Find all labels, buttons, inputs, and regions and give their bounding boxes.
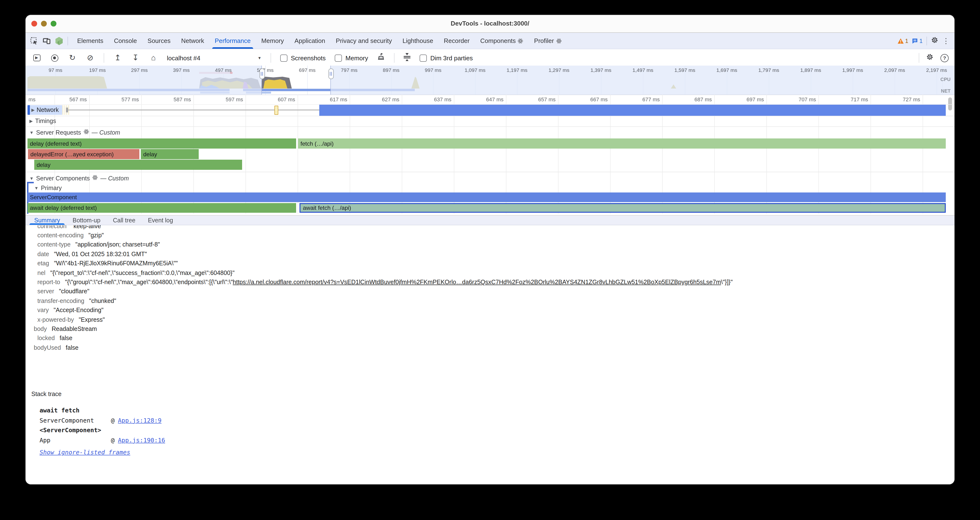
tab-network[interactable]: Network xyxy=(176,33,209,49)
overview-tick-label: 1,897 ms xyxy=(800,67,821,73)
selection-left-handle[interactable] xyxy=(259,68,264,79)
tab-label: Application xyxy=(294,37,325,45)
dim-3rd-parties-checkbox[interactable]: Dim 3rd parties xyxy=(420,54,473,62)
flame-bar-delayederror-ayed-exception[interactable]: delayedError (…ayed exception) xyxy=(28,149,139,159)
details-tab-bottom-up[interactable]: Bottom-up xyxy=(66,216,107,225)
toolbar-divider xyxy=(394,53,395,63)
tabbar-divider xyxy=(67,37,68,45)
tab-memory[interactable]: Memory xyxy=(256,33,289,49)
record-and-reload-icon[interactable]: ↻ xyxy=(68,54,77,62)
settings-gear-icon[interactable] xyxy=(931,36,939,46)
frame-source-link[interactable]: App.js:128:9 xyxy=(118,417,162,424)
flame-bar-fetch-api[interactable]: fetch (…/api) xyxy=(298,138,946,149)
timeline-ruler: ms 567 ms577 ms587 ms597 ms607 ms617 ms6… xyxy=(25,95,955,105)
device-toolbar-icon[interactable] xyxy=(43,37,51,45)
live-metrics-icon[interactable]: ▶ xyxy=(32,54,41,62)
property-row: x-powered-by"Express" xyxy=(25,315,955,324)
tab-application[interactable]: Application xyxy=(289,33,330,49)
custom-suffix: — Custom xyxy=(92,129,120,136)
track-separator xyxy=(25,126,955,127)
property-value: "{\"group\":\"cf-nel\",\"max_age\":60480… xyxy=(65,279,233,286)
tab-label: Network xyxy=(181,37,204,45)
network-request-bar[interactable] xyxy=(319,104,946,116)
expanded-triangle-icon: ▼ xyxy=(29,130,34,135)
capture-settings-gear-icon[interactable] xyxy=(926,53,934,63)
network-marker[interactable] xyxy=(274,106,278,115)
frame-source-link[interactable]: App.js:190:16 xyxy=(118,436,165,444)
tab-label: Components xyxy=(480,37,515,45)
flame-bar-label: ServerComponent xyxy=(27,194,77,201)
tab-components[interactable]: Components xyxy=(475,33,528,49)
timeline-overview[interactable]: 97 ms197 ms297 ms397 ms497 ms597 ms697 m… xyxy=(25,65,955,95)
tab-performance[interactable]: Performance xyxy=(210,33,256,49)
more-options-kebab-icon[interactable]: ⋮ xyxy=(942,37,950,45)
help-icon[interactable]: ? xyxy=(940,54,949,62)
property-value: "gzip" xyxy=(89,232,104,239)
property-value: false xyxy=(66,344,79,351)
selection-right-handle[interactable] xyxy=(328,68,334,79)
overview-tick-label: 1,597 ms xyxy=(675,67,695,73)
property-value: "{\"report_to\":\"cf-nel\",\"success_fra… xyxy=(50,269,234,276)
response-properties: connection"keep-alive"content-encoding"g… xyxy=(25,225,955,352)
expanded-triangle-icon: ▼ xyxy=(29,176,34,181)
primary-subtrack-header[interactable]: ▼ Primary xyxy=(34,185,62,191)
devtools-tabs: ElementsConsoleSourcesNetworkPerformance… xyxy=(72,33,567,49)
tab-console[interactable]: Console xyxy=(108,33,142,49)
collect-garbage-icon[interactable] xyxy=(377,53,385,63)
flame-chart-tracks[interactable]: ▶ Network ▶ Timings ▼ Server Requests xyxy=(25,104,955,215)
stack-frame: ServerComponent@App.js:128:9 xyxy=(40,415,955,425)
tab-recorder[interactable]: Recorder xyxy=(438,33,475,49)
record-button[interactable] xyxy=(50,54,59,62)
home-icon[interactable]: ⌂ xyxy=(149,54,158,62)
flame-bar-delay-deferred-text[interactable]: delay (deferred text) xyxy=(27,138,296,149)
flame-bar-await-delay-deferred-text[interactable]: await delay (deferred text) xyxy=(27,203,296,213)
property-row: nel"{\"report_to\":\"cf-nel\",\"success_… xyxy=(25,268,955,278)
property-value: "W/\"4b1-RjEJloX9kRinu6F0MAZMmy6E5iA\"" xyxy=(54,260,178,267)
tab-lighthouse[interactable]: Lighthouse xyxy=(397,33,438,49)
warnings-badge[interactable]: 1 xyxy=(897,37,908,44)
tab-profiler[interactable]: Profiler xyxy=(529,33,567,49)
network-track-header[interactable]: ▶ Network xyxy=(27,105,62,115)
message-icon xyxy=(912,38,918,44)
details-tab-event-log[interactable]: Event log xyxy=(142,216,179,225)
property-row: content-type"application/json; charset=u… xyxy=(25,240,955,250)
collapse-tracks-icon[interactable] xyxy=(404,53,410,63)
ruler-tick-label: 597 ms xyxy=(226,97,243,102)
messages-badge[interactable]: 1 xyxy=(912,37,923,44)
chevron-down-icon: ▼ xyxy=(258,56,261,60)
net-lane-label: NET xyxy=(941,88,951,94)
screenshots-checkbox[interactable]: Screenshots xyxy=(280,54,326,62)
tab-elements[interactable]: Elements xyxy=(72,33,108,49)
flame-bar-delay[interactable]: delay xyxy=(34,160,242,170)
timings-track-label: Timings xyxy=(35,118,56,124)
window-title: DevTools - localhost:3000/ xyxy=(25,20,955,27)
details-tab-summary[interactable]: Summary xyxy=(28,216,66,225)
clear-icon[interactable]: ⊘ xyxy=(86,54,94,62)
load-profile-icon[interactable]: ↥ xyxy=(113,54,122,62)
nodejs-extension-icon[interactable] xyxy=(55,37,63,45)
details-tab-call-tree[interactable]: Call tree xyxy=(107,216,142,225)
tab-sources[interactable]: Sources xyxy=(142,33,176,49)
timings-track-header[interactable]: ▶ Timings xyxy=(29,118,56,124)
server-components-track-header[interactable]: ▼ Server Components — Custom xyxy=(29,175,129,182)
overview-tick-label: 97 ms xyxy=(48,67,62,73)
tab-privacy-and-security[interactable]: Privacy and security xyxy=(331,33,398,49)
memory-checkbox[interactable]: Memory xyxy=(335,54,368,62)
save-profile-icon[interactable]: ↧ xyxy=(131,54,140,62)
property-row: date"Wed, 01 Oct 2025 18:32:01 GMT" xyxy=(25,250,955,259)
stack-frames: await fetchServerComponent@App.js:128:9<… xyxy=(25,406,955,445)
flame-bar-await-fetch-api[interactable]: await fetch (…/api) xyxy=(299,203,946,213)
show-ignore-listed-frames-link[interactable]: Show ignore-listed frames xyxy=(40,449,130,456)
inspect-element-icon[interactable] xyxy=(30,37,38,45)
flame-bar-delay[interactable]: delay xyxy=(141,149,199,159)
collapsed-triangle-icon: ▶ xyxy=(29,119,33,124)
tab-label: Elements xyxy=(77,37,103,45)
profile-history-select[interactable]: localhost #4 ▼ xyxy=(167,54,261,62)
tab-label: Performance xyxy=(215,37,251,45)
checkbox-box xyxy=(335,54,342,62)
server-requests-track-header[interactable]: ▼ Server Requests — Custom xyxy=(29,129,120,136)
ruler-tick-label: 607 ms xyxy=(278,97,295,102)
flame-bar-servercomponent[interactable]: ServerComponent xyxy=(27,192,946,202)
report-to-url-link[interactable]: https://a.nel.cloudflare.com/report/v4?s… xyxy=(233,279,721,286)
server-requests-row: delay (deferred text)fetch (…/api) xyxy=(25,138,955,149)
